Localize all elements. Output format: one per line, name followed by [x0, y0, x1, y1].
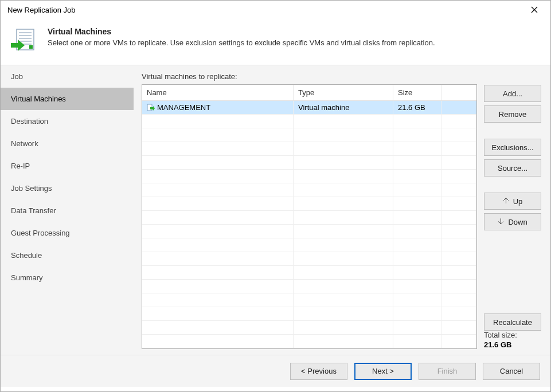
down-button-label: Down	[508, 218, 527, 226]
replication-icon	[10, 27, 37, 54]
main-panel: Virtual machines to replicate: Name Type…	[134, 65, 550, 355]
finish-button: Finish	[419, 363, 476, 380]
svg-rect-6	[29, 45, 33, 49]
close-icon	[531, 6, 538, 13]
wizard-sidebar: Job Virtual Machines Destination Network…	[1, 65, 134, 355]
sidebar-item-job[interactable]: Job	[1, 65, 134, 88]
window-titlebar: New Replication Job	[1, 1, 550, 19]
cell-name: MANAGEMENT	[157, 103, 210, 112]
right-button-panel: Add... Remove Exclusions... Source... 🡡 …	[484, 72, 541, 349]
cancel-button[interactable]: Cancel	[483, 363, 540, 380]
grid-caption: Virtual machines to replicate:	[142, 72, 477, 81]
window-title: New Replication Job	[7, 6, 76, 14]
cell-type: Virtual machine	[294, 101, 393, 115]
sidebar-item-guest-processing[interactable]: Guest Processing	[1, 222, 134, 244]
total-size-value: 21.6 GB	[484, 340, 541, 349]
next-button[interactable]: Next >	[354, 363, 412, 380]
grid-body[interactable]: MANAGEMENT Virtual machine 21.6 GB	[142, 101, 476, 348]
page-title: Virtual Machines	[48, 27, 435, 36]
down-button[interactable]: 🡣 Down	[484, 213, 541, 230]
up-button-label: Up	[513, 197, 523, 206]
column-header-spacer	[441, 85, 476, 100]
exclusions-button[interactable]: Exclusions...	[484, 139, 541, 156]
arrow-down-icon: 🡣	[498, 218, 505, 226]
sidebar-item-summary[interactable]: Summary	[1, 266, 134, 289]
sidebar-item-data-transfer[interactable]: Data Transfer	[1, 199, 134, 222]
vm-icon	[147, 104, 155, 112]
source-button[interactable]: Source...	[484, 159, 541, 177]
close-button[interactable]	[522, 2, 547, 18]
column-header-name[interactable]: Name	[142, 85, 294, 100]
cell-spacer	[441, 101, 476, 115]
vm-grid: Name Type Size	[142, 84, 477, 349]
recalculate-button[interactable]: Recalculate	[484, 313, 541, 331]
sidebar-item-job-settings[interactable]: Job Settings	[1, 177, 134, 199]
table-row[interactable]: MANAGEMENT Virtual machine 21.6 GB	[142, 101, 476, 115]
arrow-up-icon: 🡡	[503, 197, 510, 205]
column-header-size[interactable]: Size	[393, 85, 441, 100]
sidebar-item-re-ip[interactable]: Re-IP	[1, 155, 134, 177]
wizard-header: Virtual Machines Select one or more VMs …	[1, 19, 550, 65]
wizard-footer: < Previous Next > Finish Cancel	[1, 355, 550, 387]
sidebar-item-network[interactable]: Network	[1, 132, 134, 155]
previous-button[interactable]: < Previous	[290, 363, 347, 380]
grid-header: Name Type Size	[142, 85, 476, 101]
sidebar-item-schedule[interactable]: Schedule	[1, 244, 134, 266]
cell-size: 21.6 GB	[393, 101, 441, 115]
up-button[interactable]: 🡡 Up	[484, 193, 541, 210]
add-button[interactable]: Add...	[484, 85, 541, 102]
total-size-label: Total size:	[484, 331, 541, 339]
sidebar-item-destination[interactable]: Destination	[1, 110, 134, 132]
page-subtitle: Select one or more VMs to replicate. Use…	[48, 38, 435, 47]
column-header-type[interactable]: Type	[294, 85, 393, 100]
sidebar-item-virtual-machines[interactable]: Virtual Machines	[1, 88, 134, 110]
remove-button[interactable]: Remove	[484, 105, 541, 123]
wizard-body: Job Virtual Machines Destination Network…	[1, 65, 550, 355]
